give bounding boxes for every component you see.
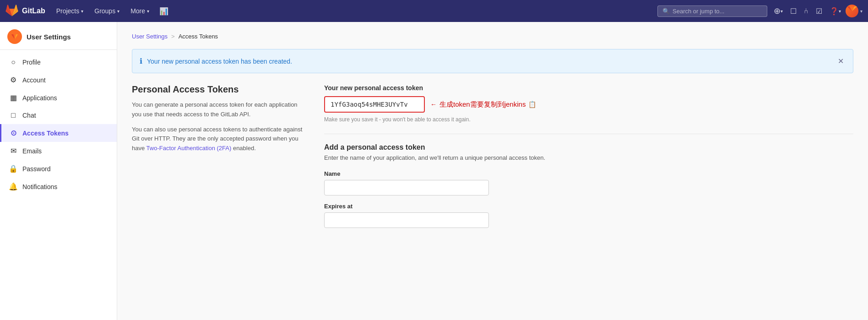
help-icon[interactable]: ❓ ▾ <box>827 4 844 18</box>
desc-git-suffix: enabled. <box>233 145 256 152</box>
top-navigation: GitLab Projects ▾ Groups ▾ More ▾ 📊 🔍 Se… <box>0 0 868 22</box>
sidebar-item-label: Chat <box>22 112 36 119</box>
breadcrumb-separator: > <box>171 33 175 40</box>
sidebar-item-access-tokens[interactable]: ⊙ Access Tokens <box>0 124 117 142</box>
password-icon: 🔒 <box>9 164 18 173</box>
sidebar-title: User Settings <box>27 33 71 41</box>
search-icon: 🔍 <box>662 8 670 15</box>
add-token-desc: Enter the name of your application, and … <box>324 154 853 161</box>
alert-banner: ℹ Your new personal access token has bee… <box>132 49 853 73</box>
desc-api: You can generate a personal access token… <box>132 100 306 119</box>
more-label: More <box>130 7 145 15</box>
app-layout: User Settings ○ Profile ⚙ Account ▦ Appl… <box>0 22 868 320</box>
new-item-button[interactable]: ⊕ ▾ <box>771 3 786 19</box>
expires-input[interactable] <box>324 212 489 228</box>
sidebar-item-notifications[interactable]: 🔔 Notifications <box>0 178 117 195</box>
breadcrumb-parent[interactable]: User Settings <box>132 33 168 40</box>
sidebar-item-label: Access Tokens <box>22 130 69 137</box>
sidebar-user-header: User Settings <box>0 22 117 50</box>
applications-icon: ▦ <box>9 93 18 102</box>
token-save-warning: Make sure you save it - you won't be abl… <box>324 116 853 123</box>
token-row: 1YfG3aoq54sMHE3UYvTv ← 生成token需要复制到jenki… <box>324 96 853 113</box>
activity-icon[interactable]: 📊 <box>157 4 171 18</box>
alert-close-button[interactable]: ✕ <box>836 55 846 67</box>
topnav-actions: ⊕ ▾ ☐ ⑃ ☑ ❓ ▾ ▾ <box>771 3 863 19</box>
projects-label: Projects <box>56 7 80 15</box>
sidebar-item-profile[interactable]: ○ Profile <box>0 54 117 71</box>
new-token-label: Your new personal access token <box>324 84 853 92</box>
more-menu[interactable]: More ▾ <box>127 5 153 16</box>
2fa-link[interactable]: Two-Factor Authentication (2FA) <box>146 145 232 152</box>
sidebar-item-label: Emails <box>22 147 42 155</box>
search-placeholder: Search or jump to... <box>673 8 724 15</box>
token-annotation: ← 生成token需要复制到jenkins 📋 <box>430 100 536 109</box>
brand-logo[interactable]: GitLab <box>5 5 45 17</box>
notifications-icon: 🔔 <box>9 182 18 191</box>
issues-icon[interactable]: ☑ <box>813 4 825 18</box>
user-avatar-chevron[interactable]: ▾ <box>860 9 863 14</box>
alert-info-icon: ℹ <box>140 57 142 65</box>
sidebar-nav: ○ Profile ⚙ Account ▦ Applications □ Cha… <box>0 50 117 199</box>
brand-name: GitLab <box>22 7 45 15</box>
sidebar-item-label: Applications <box>22 94 57 102</box>
desc-git: You can also use personal access tokens … <box>132 125 306 153</box>
chat-icon: □ <box>9 111 18 119</box>
page-title: Personal Access Tokens <box>132 84 306 95</box>
expires-field-group: Expires at <box>324 203 853 228</box>
main-content: User Settings > Access Tokens ℹ Your new… <box>117 22 868 320</box>
search-bar[interactable]: 🔍 Search or jump to... <box>657 5 767 17</box>
groups-label: Groups <box>94 7 115 15</box>
todo-icon[interactable]: ☐ <box>787 4 799 18</box>
access-tokens-icon: ⊙ <box>9 129 18 137</box>
copy-icon[interactable]: 📋 <box>528 101 536 108</box>
emails-icon: ✉ <box>9 146 18 155</box>
sidebar-item-label: Notifications <box>22 183 57 190</box>
sidebar-item-chat[interactable]: □ Chat <box>0 107 117 124</box>
sidebar-item-emails[interactable]: ✉ Emails <box>0 142 117 160</box>
sidebar-item-label: Account <box>22 76 46 84</box>
annotation-text: 生成token需要复制到jenkins <box>439 100 526 109</box>
profile-icon: ○ <box>9 58 18 66</box>
merge-requests-icon[interactable]: ⑃ <box>801 4 811 18</box>
name-field-group: Name <box>324 170 853 195</box>
sidebar: User Settings ○ Profile ⚙ Account ▦ Appl… <box>0 22 117 320</box>
sidebar-item-label: Profile <box>22 59 41 66</box>
projects-menu[interactable]: Projects ▾ <box>53 5 87 16</box>
groups-chevron: ▾ <box>117 9 119 14</box>
right-column: Your new personal access token 1YfG3aoq5… <box>324 84 853 235</box>
alert-text: Your new personal access token has been … <box>147 58 831 65</box>
more-chevron: ▾ <box>147 9 149 14</box>
divider <box>324 134 853 134</box>
name-label: Name <box>324 170 853 177</box>
sidebar-item-label: Password <box>22 165 50 173</box>
projects-chevron: ▾ <box>81 9 83 14</box>
breadcrumb: User Settings > Access Tokens <box>132 33 853 40</box>
sidebar-item-password[interactable]: 🔒 Password <box>0 160 117 178</box>
sidebar-item-account[interactable]: ⚙ Account <box>0 71 117 89</box>
left-column: Personal Access Tokens You can generate … <box>132 84 306 159</box>
account-icon: ⚙ <box>9 76 18 84</box>
add-token-title: Add a personal access token <box>324 143 853 152</box>
sidebar-item-applications[interactable]: ▦ Applications <box>0 89 117 107</box>
token-value-box: 1YfG3aoq54sMHE3UYvTv <box>324 96 425 113</box>
sidebar-avatar <box>7 29 22 44</box>
arrow-icon: ← <box>430 101 437 108</box>
user-avatar[interactable] <box>846 5 858 17</box>
groups-menu[interactable]: Groups ▾ <box>91 5 123 16</box>
content-grid: Personal Access Tokens You can generate … <box>132 84 853 235</box>
breadcrumb-current: Access Tokens <box>179 33 218 40</box>
expires-label: Expires at <box>324 203 853 210</box>
name-input[interactable] <box>324 180 489 195</box>
